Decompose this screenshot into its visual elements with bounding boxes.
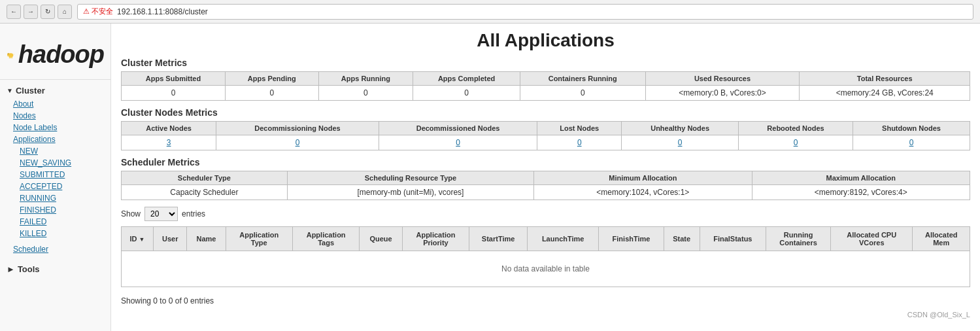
- entries-select[interactable]: 10 20 25 50 100: [144, 207, 178, 221]
- val-containers-running: 0: [520, 86, 645, 101]
- val-min-allocation: <memory:1024, vCores:1>: [534, 185, 752, 200]
- back-button[interactable]: ←: [7, 5, 21, 19]
- cluster-arrow-icon: ▼: [7, 87, 13, 94]
- tools-arrow-icon: ►: [7, 264, 15, 274]
- id-sort-icon: ▼: [139, 236, 145, 243]
- sidebar-item-finished[interactable]: FINISHED: [0, 204, 110, 216]
- val-rebooted-nodes: 0: [739, 135, 853, 150]
- col-min-allocation: Minimum Allocation: [534, 171, 752, 185]
- show-label: Show: [121, 209, 141, 218]
- hadoop-wordmark: hadoop: [18, 41, 104, 69]
- col-apps-pending: Apps Pending: [225, 72, 318, 86]
- th-application-tags: ApplicationTags: [292, 227, 359, 251]
- sidebar-item-accepted[interactable]: ACCEPTED: [0, 181, 110, 192]
- cluster-nodes-header: Cluster Nodes Metrics: [121, 107, 970, 118]
- show-entries-control: Show 10 20 25 50 100 entries: [121, 207, 970, 221]
- val-decommissioning-nodes: 0: [216, 135, 379, 150]
- page-title: All Applications: [121, 30, 970, 51]
- th-application-priority: ApplicationPriority: [402, 227, 469, 251]
- th-start-time: StartTime: [469, 227, 528, 251]
- nav-buttons[interactable]: ← → ↻ ⌂: [7, 5, 72, 19]
- home-button[interactable]: ⌂: [58, 5, 72, 19]
- th-launch-time: LaunchTime: [528, 227, 599, 251]
- th-final-status: FinalStatus: [700, 227, 766, 251]
- val-used-resources: <memory:0 B, vCores:0>: [645, 86, 800, 101]
- col-containers-running: Containers Running: [520, 72, 645, 86]
- sidebar-item-new-saving[interactable]: NEW_SAVING: [0, 157, 110, 169]
- sidebar-cluster-section: ▼ Cluster About Nodes Node Labels Applic…: [0, 83, 110, 255]
- col-resource-type: Scheduling Resource Type: [287, 171, 533, 185]
- col-shutdown-nodes: Shutdown Nodes: [853, 122, 970, 135]
- val-apps-completed: 0: [413, 86, 520, 101]
- val-unhealthy-nodes: 0: [622, 135, 739, 150]
- url-text: 192.168.1.11:8088/cluster: [117, 7, 208, 16]
- cluster-metrics-table: Apps Submitted Apps Pending Apps Running…: [121, 71, 970, 101]
- watermark: CSDN @Old_Six_L: [121, 308, 970, 321]
- th-allocated-mem: AllocatedMem: [913, 227, 970, 251]
- val-total-resources: <memory:24 GB, vCores:24: [800, 86, 970, 101]
- col-scheduler-type: Scheduler Type: [122, 171, 288, 185]
- col-apps-submitted: Apps Submitted: [122, 72, 226, 86]
- col-active-nodes: Active Nodes: [122, 122, 216, 135]
- sidebar-item-applications[interactable]: Applications: [0, 133, 110, 145]
- refresh-button[interactable]: ↻: [41, 5, 55, 19]
- tools-label: Tools: [18, 264, 40, 274]
- col-max-allocation: Maximum Allocation: [752, 171, 970, 185]
- cluster-metrics-header: Cluster Metrics: [121, 58, 970, 68]
- th-queue: Queue: [360, 227, 402, 251]
- no-data-message: No data available in table: [122, 251, 970, 287]
- sidebar-item-nodes[interactable]: Nodes: [0, 110, 110, 122]
- th-running-containers: RunningContainers: [766, 227, 831, 251]
- col-rebooted-nodes: Rebooted Nodes: [739, 122, 853, 135]
- svg-point-3: [7, 53, 9, 56]
- th-allocated-cpu: Allocated CPUVCores: [831, 227, 913, 251]
- col-decommissioned-nodes: Decommissioned Nodes: [379, 122, 537, 135]
- sidebar-item-about[interactable]: About: [0, 98, 110, 110]
- entries-suffix: entries: [182, 209, 205, 218]
- val-apps-pending: 0: [225, 86, 318, 101]
- hadoop-elephant-icon: [7, 37, 15, 73]
- th-id[interactable]: ID ▼: [122, 227, 154, 251]
- col-apps-running: Apps Running: [318, 72, 413, 86]
- main-content: All Applications Cluster Metrics Apps Su…: [111, 24, 980, 331]
- val-scheduler-type: Capacity Scheduler: [122, 185, 288, 200]
- cluster-label: Cluster: [16, 86, 45, 96]
- val-active-nodes: 3: [122, 135, 216, 150]
- val-apps-submitted: 0: [122, 86, 226, 101]
- col-unhealthy-nodes: Unhealthy Nodes: [622, 122, 739, 135]
- sidebar-item-new[interactable]: NEW: [0, 145, 110, 157]
- col-decommissioning-nodes: Decommissioning Nodes: [216, 122, 379, 135]
- th-application-type: ApplicationType: [226, 227, 292, 251]
- sidebar-item-killed[interactable]: KILLED: [0, 228, 110, 239]
- th-finish-time: FinishTime: [599, 227, 664, 251]
- sidebar-tools-section: ► Tools: [0, 262, 110, 277]
- cluster-nodes-table: Active Nodes Decommissioning Nodes Decom…: [121, 121, 970, 150]
- sidebar-item-scheduler[interactable]: Scheduler: [0, 243, 110, 255]
- th-user: User: [154, 227, 187, 251]
- val-shutdown-nodes: 0: [853, 135, 970, 150]
- sidebar-item-failed[interactable]: FAILED: [0, 216, 110, 228]
- val-decommissioned-nodes: 0: [379, 135, 537, 150]
- scheduler-metrics-header: Scheduler Metrics: [121, 157, 970, 167]
- col-total-resources: Total Resources: [800, 72, 970, 86]
- logo: hadoop: [7, 37, 104, 73]
- col-apps-completed: Apps Completed: [413, 72, 520, 86]
- val-resource-type: [memory-mb (unit=Mi), vcores]: [287, 185, 533, 200]
- val-lost-nodes: 0: [537, 135, 622, 150]
- val-apps-running: 0: [318, 86, 413, 101]
- browser-chrome: ← → ↻ ⌂ ⚠ 不安全 192.168.1.11:8088/cluster: [0, 0, 980, 24]
- svg-rect-7: [10, 57, 11, 58]
- url-bar[interactable]: ⚠ 不安全 192.168.1.11:8088/cluster: [77, 4, 973, 20]
- tools-section-header[interactable]: ► Tools: [0, 262, 110, 277]
- applications-table: ID ▼ User Name ApplicationType Applicati…: [121, 226, 970, 287]
- cluster-section-header[interactable]: ▼ Cluster: [0, 83, 110, 98]
- th-state: State: [664, 227, 700, 251]
- sidebar-item-node-labels[interactable]: Node Labels: [0, 122, 110, 133]
- svg-rect-6: [9, 57, 10, 58]
- forward-button[interactable]: →: [24, 5, 38, 19]
- th-name: Name: [187, 227, 226, 251]
- sidebar-item-submitted[interactable]: SUBMITTED: [0, 169, 110, 181]
- app-layout: hadoop ▼ Cluster About Nodes Node Labels…: [0, 24, 980, 331]
- sidebar-item-running[interactable]: RUNNING: [0, 192, 110, 204]
- svg-rect-8: [12, 57, 12, 58]
